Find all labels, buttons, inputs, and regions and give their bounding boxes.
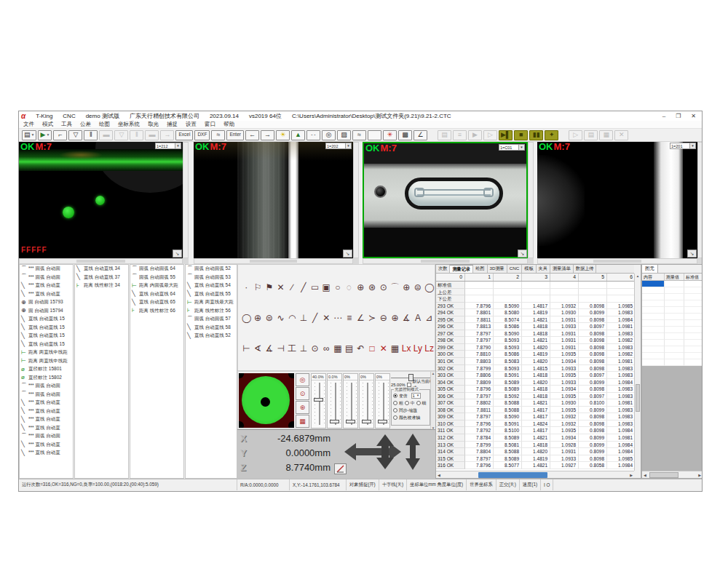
toolbox-icon-0-6[interactable]: ▭ [309,283,320,292]
element-row[interactable] [642,287,703,294]
toolbar-button-2[interactable]: ⌐ [53,130,67,140]
toolbar-button-20[interactable]: ▨ [337,130,351,140]
menu-item-8[interactable]: 设置 [186,121,197,128]
vscroll-thumb[interactable] [636,384,640,412]
toolbox-icon-0-14[interactable]: ⊕ [401,283,412,292]
measure-item[interactable]: ╲直线 自动直线 58 [186,324,237,332]
toolbar-button-5[interactable]: ▬ [99,130,113,140]
minimize-button[interactable]: – [662,113,665,119]
camera-3-vscrollbar[interactable] [528,142,534,258]
measure-item[interactable]: ⊦距离 线性标注 56 [186,307,237,316]
toolbox-icon-0-2[interactable]: ⚑ [264,283,274,292]
toolbar-button-9[interactable]: → [160,130,174,140]
menu-item-9[interactable]: 窗口 [205,121,215,128]
toolbar-button-8[interactable]: ▬ [145,130,159,140]
toolbox-icon-0-13[interactable]: ⌒ [389,283,400,292]
toolbox-icon-2-11[interactable]: □ [367,344,378,353]
camera-3-hscrollbar[interactable] [363,258,528,264]
measure-item[interactable]: ⌒*** 圆弧 自动圆 [20,274,73,282]
toolbar-button-10[interactable]: Excel [175,130,193,140]
measure-item[interactable]: ⊢距离 两直线中线距 [20,357,73,366]
toolbox-icon-1-8[interactable]: ⋯ [333,314,344,322]
toolbox-icon-1-0[interactable]: ◯ [241,314,252,322]
scroll-left-icon[interactable]: ◀ [436,473,440,477]
toolbar-button-28[interactable]: ≡ [453,130,467,140]
fine-radio[interactable] [416,401,421,405]
toolbar-button-17[interactable]: ▲ [291,130,305,140]
element-row[interactable] [642,307,703,314]
table-row[interactable]: 310 OK7.87968.50911.48241.09320.80981.09… [436,420,634,428]
toolbar-button-12[interactable]: ≈ [211,130,225,140]
color-calibration-radio[interactable] [393,415,397,420]
hscroll-thumb[interactable] [478,472,547,478]
measure-item[interactable]: ╲*** 直线 自动直 [20,407,73,416]
slider-thumb[interactable] [314,398,323,402]
toolbar-button-29[interactable]: ▶ [468,130,482,140]
element-row[interactable] [642,294,703,300]
measure-item[interactable]: ╲直线 自动直线 52 [186,332,237,340]
xy-jog-arrows[interactable] [343,433,403,471]
camera-4-scale-dropdown[interactable]: 1=201▼ [670,143,696,149]
toolbox-icon-0-4[interactable]: ∕ [287,283,298,292]
measure-item[interactable]: ⌒圆弧 自动圆弧 52 [186,265,237,274]
menu-item-2[interactable]: 工具 [61,121,72,128]
light-master-slider[interactable] [391,374,430,381]
toolbox-icon-2-16[interactable]: Lz [424,344,435,353]
light-mode-coaxial-button[interactable]: ⊙ [296,387,309,400]
camera-view-4[interactable]: OKM:7 1=201▼ ↘ [537,142,703,264]
table-row[interactable]: 313 OK7.87998.50811.48181.09280.80991.09… [436,442,634,449]
coarse-radio[interactable] [393,401,397,405]
toolbox-icon-1-13[interactable]: ⊕ [389,314,400,322]
table-tab-8[interactable]: 数据上传 [574,265,597,273]
camera-2-scale-dropdown[interactable]: 1=202▼ [325,143,352,149]
z-jog-arrows[interactable] [405,433,421,471]
element-row[interactable] [642,314,703,320]
medium-radio[interactable] [405,401,409,405]
measure-item[interactable]: ╲*** 直线 自动直 [20,282,73,290]
table-row[interactable]: 314 OK7.88048.50881.48201.09310.80991.09… [436,448,634,455]
camera-3-zoom-icon[interactable]: ↘ [518,250,527,258]
camera-4-zoom-icon[interactable]: ↘ [687,250,697,258]
menu-item-5[interactable]: 坐标系统 [118,121,140,128]
camera-2-zoom-icon[interactable]: ↘ [343,250,352,258]
table-row[interactable]: 299 OK7.87908.50931.48201.09310.80981.09… [436,344,634,351]
element-row[interactable] [642,340,703,346]
hscroll-thumb[interactable] [649,472,678,478]
camera-4-image[interactable]: OKM:7 1=201▼ [537,142,697,258]
camera-1-zoom-icon[interactable]: ↘ [173,250,182,258]
toolbox-icon-2-2[interactable]: ∡ [264,344,274,353]
toolbox-icon-1-16[interactable]: ⊿ [424,314,435,322]
table-tab-6[interactable]: 夹具 [537,265,550,273]
scroll-right-icon[interactable]: ▶ [698,473,703,477]
camera-2-hscrollbar[interactable] [194,258,353,264]
close-button[interactable]: ✕ [691,113,696,119]
toolbar-button-33[interactable]: ▮▮ [529,130,543,140]
toolbox-icon-0-12[interactable]: ⊙ [378,283,389,292]
toolbox-icon-1-9[interactable]: ≡ [344,314,355,322]
toolbar-button-11[interactable]: DXF [194,130,210,140]
toolbar-button-1[interactable]: ▶▼ [38,130,52,140]
toolbox-icon-1-14[interactable]: ∡ [401,314,412,322]
measure-item[interactable]: ⊦距离 线性标注 34 [75,282,128,290]
measure-item[interactable]: ╲直线 自动直线 15 [20,315,73,324]
light-slider-3[interactable]: 0% [359,373,374,428]
measure-item[interactable]: ⌒*** 圆弧 自动圆 [20,382,73,391]
toolbar-button-23[interactable]: ✳ [383,130,397,140]
sync-zoom-radio[interactable] [393,408,397,412]
camera-1-image[interactable]: OKM:7 FFFFF 1=212▼ [19,142,183,258]
toolbar-button-14[interactable]: ← [245,130,259,140]
measure-item[interactable]: ╲直线 自动直线 64 [130,290,183,299]
toolbox-icon-0-9[interactable]: ◌ [344,283,355,292]
slider-thumb[interactable] [362,420,371,423]
toolbox-icon-1-1[interactable]: ⊕ [253,314,264,322]
table-row[interactable]: 300 OK7.88108.50861.48191.09350.80981.09… [436,351,634,358]
maximize-button[interactable]: ❐ [676,113,681,119]
camera-1-scale-dropdown[interactable]: 1=212▼ [155,143,181,149]
toolbox-icon-0-7[interactable]: ▣ [321,283,332,292]
table-row[interactable]: 293 OK7.87968.50901.48171.09320.80981.09… [436,303,634,310]
element-row[interactable] [642,300,703,307]
toolbar-button-30[interactable]: ▷ [483,130,497,140]
table-row[interactable]: 307 OK7.88028.50881.48211.09300.81001.09… [436,399,634,407]
table-tab-7[interactable]: 测量清单 [550,265,574,273]
toolbar-button-0[interactable]: ▤▼ [22,130,36,140]
